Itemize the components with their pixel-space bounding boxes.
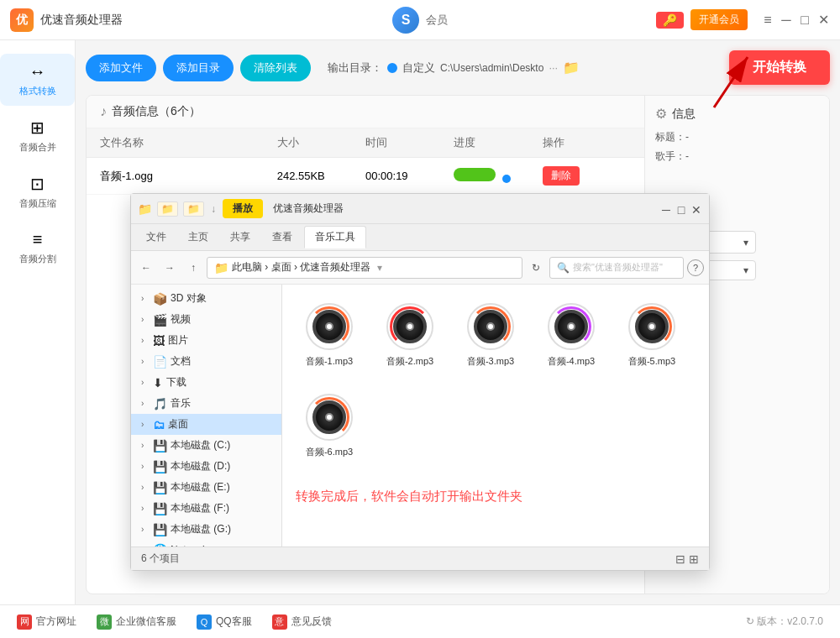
app-title: 优速音频处理器 [40,13,123,28]
tree-label-c: 本地磁盘 (C:) [171,438,230,452]
progress-bar [454,168,496,181]
info-artist-row: 歌手：- [655,149,819,164]
output-folder-icon[interactable]: 📁 [563,60,580,76]
minimize-button[interactable]: ─ [780,13,793,27]
sidebar-item-format[interactable]: ↔ 格式转换 [0,54,75,106]
output-more-btn[interactable]: ··· [549,61,558,74]
tree-item-video[interactable]: › 🎬 视频 [131,309,281,330]
tree-item-doc[interactable]: › 📄 文档 [131,351,281,372]
table-row: 音频-1.ogg 242.55KB 00:00:19 删除 [87,158,644,195]
explorer-tab-music[interactable]: 音乐工具 [304,226,366,248]
refresh-btn[interactable]: ↻ [526,258,546,278]
file-action: 删除 [543,166,631,186]
addr-dropdown[interactable]: ▾ [377,262,382,274]
tree-item-image[interactable]: › 🖼 图片 [131,330,281,351]
tree-item-3d[interactable]: › 📦 3D 对象 [131,288,281,309]
footer-link-wechat[interactable]: 微 企业微信客服 [97,614,176,630]
sidebar-item-compress[interactable]: ⊡ 音频压缩 [0,165,75,218]
sidebar-label-compress: 音频压缩 [19,197,56,210]
version-icon: ↻ [746,615,757,627]
start-button[interactable]: 开始转换 [729,50,830,85]
split-icon: ≡ [33,230,43,249]
merge-icon: ⊞ [30,118,45,138]
play-button[interactable]: 播放 [223,199,263,218]
vip-text: 会员 [426,13,448,28]
explorer-tab-file[interactable]: 文件 [136,227,176,248]
explorer-maximize[interactable]: □ [675,203,687,215]
tree-item-download[interactable]: › ⬇ 下载 [131,372,281,393]
search-box[interactable]: 🔍 搜索"优速音频处理器" [549,257,684,279]
delete-button[interactable]: 删除 [543,166,580,186]
list-item[interactable]: 音频-5.mp3 [618,298,685,372]
tree-item-music[interactable]: › 🎵 音乐 [131,393,281,414]
folder-icon-addr: 📁 [214,261,228,275]
footer-link-qq[interactable]: Q QQ客服 [197,614,252,630]
tree-arrow-image: › [141,336,150,345]
list-view-icon[interactable]: ⊟ [675,552,685,566]
progress-dot [502,175,511,183]
tree-label-d: 本地磁盘 (D:) [171,459,230,473]
output-type: 自定义 [402,60,435,76]
tree-icon-desktop: 🗂 [153,418,165,431]
list-item[interactable]: 音频-6.mp3 [296,389,363,463]
add-file-button[interactable]: 添加文件 [86,55,156,81]
title-right: 🔑 开通会员 ≡ ─ □ ✕ [656,9,830,30]
explorer-body: › 📦 3D 对象 › 🎬 视频 › 🖼 图片 › 📄 文档 [131,285,709,546]
clear-list-button[interactable]: 清除列表 [240,55,311,81]
help-btn[interactable]: ? [687,259,704,276]
nav-back-btn[interactable]: ← [136,258,156,278]
sidebar-item-merge[interactable]: ⊞ 音频合并 [0,109,75,162]
close-button[interactable]: ✕ [816,13,830,27]
tree-item-c[interactable]: › 💾 本地磁盘 (C:) [131,435,281,456]
search-placeholder-text: 搜索"优速音频处理器" [573,261,663,274]
vip-open-button[interactable]: 开通会员 [690,9,748,30]
grid-view-icon[interactable]: ⊞ [689,552,699,566]
tree-item-e[interactable]: › 💾 本地磁盘 (E:) [131,477,281,498]
explorer-tab-view[interactable]: 查看 [262,227,302,248]
address-bar[interactable]: 📁 此电脑 › 桌面 › 优速音频处理器 ▾ [207,257,522,279]
footer-link-website[interactable]: 网 官方网址 [17,614,76,630]
tree-item-g[interactable]: › 💾 本地磁盘 (G:) [131,519,281,540]
explorer-sidebar: › 📦 3D 对象 › 🎬 视频 › 🖼 图片 › 📄 文档 [131,285,282,546]
file-icon [306,303,353,350]
explorer-folder-btn1[interactable]: 📁 [157,201,178,217]
list-item[interactable]: 音频-2.mp3 [376,298,444,372]
nav-up-btn[interactable]: ↑ [183,258,203,278]
add-dir-button[interactable]: 添加目录 [163,55,234,81]
title-logo-s: S [392,7,419,34]
explorer-tab-share[interactable]: 共享 [220,227,260,248]
tree-item-d[interactable]: › 💾 本地磁盘 (D:) [131,456,281,477]
disc-ring [309,397,349,437]
tree-icon-doc: 📄 [153,355,167,369]
maximize-button[interactable]: □ [798,13,811,27]
tree-icon-f: 💾 [153,502,167,515]
list-item[interactable]: 音频-4.mp3 [538,298,605,372]
explorer-close[interactable]: ✕ [690,203,702,215]
tree-item-f[interactable]: › 💾 本地磁盘 (F:) [131,498,281,519]
explorer-minimize[interactable]: ─ [660,203,672,215]
footer-label-qq: QQ客服 [216,614,252,629]
tree-item-desktop[interactable]: › 🗂 桌面 [131,414,281,435]
nav-forward-btn[interactable]: → [160,258,180,278]
footer-version: ↻ 版本：v2.0.7.0 [746,614,823,629]
list-item[interactable]: 音频-1.mp3 [296,298,363,372]
tree-icon-g: 💾 [153,523,167,536]
explorer-folder-btn2[interactable]: 📁 [183,201,204,217]
tree-label-download: 下载 [166,375,186,390]
col-header-action: 操作 [543,135,631,150]
sidebar-item-split[interactable]: ≡ 音频分割 [0,222,75,274]
tree-item-network[interactable]: › 🌐 Network [131,540,281,546]
footer-link-feedback[interactable]: 意 意见反馈 [272,614,332,630]
website-icon: 网 [17,614,32,630]
file-item-name-1: 音频-1.mp3 [306,355,353,367]
disc-ring [309,306,349,347]
disc-ring [470,306,511,347]
hamburger-button[interactable]: ≡ [761,13,774,27]
title-bar: 优 优速音频处理器 S 会员 🔑 开通会员 ≡ ─ □ ✕ [0,0,840,40]
tree-label-doc: 文档 [171,354,191,369]
list-item[interactable]: 音频-3.mp3 [457,298,524,372]
version-text: 版本：v2.0.7.0 [757,615,823,627]
tree-arrow-g: › [141,525,150,534]
output-radio[interactable] [387,63,397,73]
explorer-tab-home[interactable]: 主页 [178,227,218,248]
